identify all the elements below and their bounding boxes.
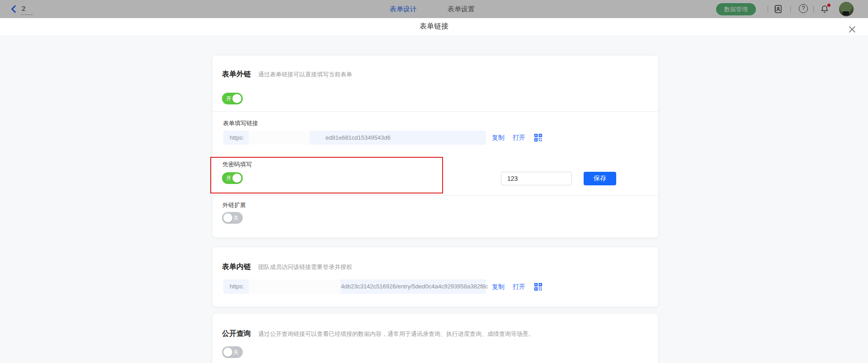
card-description: 通过公开查询链接可以查看已经填报的数据内容，通常用于通讯录查询、执行进度查询、成…	[258, 330, 534, 338]
divider	[212, 111, 658, 112]
card-header: 表单外链 通过表单链接可以直接填写当前表单	[222, 70, 352, 79]
divider	[212, 195, 658, 196]
toggle-on-label: 开	[226, 175, 231, 181]
close-icon[interactable]	[848, 25, 858, 35]
card-title: 表单外链	[222, 70, 251, 79]
toggle-knob	[232, 94, 241, 103]
toggle-knob	[223, 348, 232, 357]
topbar: 2 表单设计 表单设置 数据管理 ?	[0, 0, 868, 18]
open-link-button[interactable]: 打开	[513, 134, 525, 142]
extension-toggle[interactable]: 关	[222, 212, 243, 224]
fill-link-label: 表单填写链接	[223, 119, 258, 127]
toggle-off-label: 关	[233, 349, 239, 355]
card-title: 公开查询	[222, 329, 251, 339]
external-url-field[interactable]: https: ed81e681cd15349543d6	[223, 131, 486, 145]
topbar-divider	[790, 6, 791, 13]
external-link-toggle[interactable]: 开	[222, 93, 243, 104]
toggle-off-label: 关	[233, 215, 239, 221]
internal-url-field[interactable]: https: 4db23c3142c516926/entry/5ded0c4a4…	[223, 279, 486, 294]
redaction-patch	[249, 131, 310, 145]
topbar-divider	[813, 6, 814, 13]
password-fill-label: 凭密码填写	[222, 160, 252, 169]
qr-code-icon[interactable]	[534, 283, 542, 291]
data-manage-button[interactable]: 数据管理	[716, 3, 756, 15]
password-input[interactable]	[501, 172, 572, 185]
url-prefix: https:	[230, 134, 244, 141]
url-prefix: https:	[230, 283, 244, 290]
avatar[interactable]	[839, 2, 854, 16]
public-query-card: 公开查询 通过公开查询链接可以查看已经填报的数据内容，通常用于通讯录查询、执行进…	[212, 314, 658, 363]
public-query-toggle[interactable]: 关	[222, 346, 243, 358]
save-button[interactable]: 保存	[584, 172, 616, 185]
topbar-divider	[768, 6, 768, 13]
modal-title: 表单链接	[0, 22, 868, 31]
open-link-button[interactable]: 打开	[513, 283, 525, 291]
help-icon[interactable]: ?	[799, 4, 808, 13]
back-icon[interactable]	[10, 5, 18, 13]
extension-label: 外链扩展	[222, 201, 246, 209]
form-name[interactable]: 2	[22, 5, 25, 12]
contact-book-icon[interactable]	[774, 5, 783, 14]
notification-badge	[827, 4, 830, 7]
card-description: 通过表单链接可以直接填写当前表单	[258, 71, 352, 79]
toggle-on-label: 开	[226, 95, 231, 102]
app-window: 2 表单设计 表单设置 数据管理 ? 表单链接	[0, 0, 868, 363]
card-header: 公开查询 通过公开查询链接可以查看已经填报的数据内容，通常用于通讯录查询、执行进…	[222, 329, 534, 339]
toggle-knob	[232, 174, 241, 183]
copy-link-button[interactable]: 复制	[492, 134, 505, 142]
form-name-edit-underline	[21, 14, 33, 15]
card-description: 团队成员访问该链接需要登录并授权	[258, 263, 352, 271]
password-fill-toggle[interactable]: 开	[222, 172, 243, 184]
internal-link-card: 表单内链 团队成员访问该链接需要登录并授权 https: 4db23c3142c…	[212, 247, 658, 306]
card-header: 表单内链 团队成员访问该链接需要登录并授权	[222, 262, 352, 272]
copy-link-button[interactable]: 复制	[492, 283, 505, 291]
tab-form-settings[interactable]: 表单设置	[448, 5, 475, 14]
url-hash: ed81e681cd15349543d6	[326, 134, 391, 141]
toggle-knob	[223, 213, 232, 222]
url-hash: 4db23c3142c516926/entry/5ded0c4a4c929395…	[341, 283, 488, 290]
tab-form-design[interactable]: 表单设计	[390, 5, 417, 14]
redaction-patch	[249, 279, 340, 294]
card-title: 表单内链	[222, 262, 251, 272]
qr-code-icon[interactable]	[534, 134, 542, 142]
external-link-card: 表单外链 通过表单链接可以直接填写当前表单 开 表单填写链接 https: ed…	[212, 56, 658, 237]
